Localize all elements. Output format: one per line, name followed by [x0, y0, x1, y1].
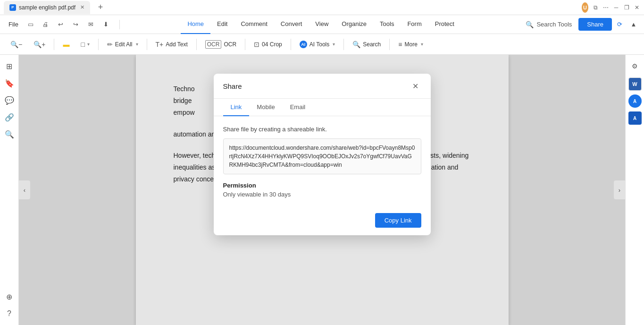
nav-home[interactable]: Home	[181, 15, 210, 34]
tab-title: sample english pdf.pdf	[19, 4, 75, 11]
highlight-button[interactable]: ▬	[58, 38, 74, 51]
download-button[interactable]: ⬇	[100, 18, 113, 31]
sidebar-pages-icon[interactable]: ⊞	[2, 59, 17, 74]
copy-link-button[interactable]: Copy Link	[375, 213, 421, 228]
window-minimize-button[interactable]: ─	[613, 4, 619, 11]
profile-avatar[interactable]: U	[582, 4, 588, 11]
title-bar: P sample english pdf.pdf ✕ + U ⧉ ⋯ ─ ❐ ✕	[0, 0, 644, 15]
main-nav: Home Edit Comment Convert View Organize …	[123, 15, 519, 34]
ai-tools-label: AI Tools	[309, 41, 329, 48]
add-text-label: Add Text	[166, 41, 187, 48]
add-text-icon: T+	[156, 41, 164, 48]
new-tab-button[interactable]: +	[94, 1, 107, 14]
content-area: Techno ate, work, edia, bridge tion h	[19, 55, 625, 325]
search-tools-label: Search Tools	[536, 21, 572, 28]
nav-comment[interactable]: Comment	[234, 15, 274, 34]
modal-body: Share file by creating a shareable link.…	[214, 116, 431, 207]
shapes-button[interactable]: □ ▾	[76, 38, 94, 51]
redo-button[interactable]: ↪	[69, 18, 83, 31]
more-button[interactable]: ≡ More	[393, 38, 428, 51]
modal-header: Share ✕	[214, 74, 431, 99]
title-bar-left: P sample english pdf.pdf ✕ +	[4, 1, 107, 14]
undo-button[interactable]: ↩	[54, 18, 67, 31]
right-sidebar-word-ai-icon[interactable]: A	[628, 111, 642, 125]
toolbar-separator-7	[343, 39, 344, 50]
file-menu[interactable]: File	[4, 19, 23, 30]
more-label: More	[404, 41, 417, 48]
zoom-out-button[interactable]: 🔍−	[6, 38, 27, 51]
print-button[interactable]: 🖨	[39, 18, 52, 31]
email-button[interactable]: ✉	[84, 18, 98, 31]
active-tab[interactable]: P sample english pdf.pdf ✕	[4, 1, 90, 14]
sync-button[interactable]: ⟳	[613, 18, 626, 31]
highlight-icon: ▬	[63, 41, 69, 48]
menu-icon-group: ▭ 🖨 ↩ ↪ ✉ ⬇	[24, 18, 113, 31]
zoom-in-icon: 🔍+	[33, 41, 45, 48]
fit-page-button[interactable]: ▭	[24, 18, 37, 31]
permission-label: Permission	[223, 182, 421, 189]
search-tools-button[interactable]: 🔍 Search Tools	[520, 19, 577, 30]
right-sidebar-word-icon[interactable]: W	[628, 77, 642, 91]
crop-button[interactable]: ⊡ 04 Crop	[249, 38, 287, 51]
edit-all-button[interactable]: ✏ Edit All	[102, 38, 143, 51]
edit-all-label: Edit All	[115, 41, 133, 48]
menu-separator-1	[119, 20, 120, 29]
left-sidebar: ⊞ 🔖 💬 🔗 🔍 ⊕ ?	[0, 55, 19, 325]
nav-convert[interactable]: Convert	[274, 15, 309, 34]
modal-close-button[interactable]: ✕	[410, 80, 421, 92]
tab-link[interactable]: Link	[223, 99, 250, 116]
collapse-button[interactable]: ▲	[627, 18, 640, 31]
toolbar-separator-8	[389, 39, 390, 50]
share-description: Share file by creating a shareable link.	[223, 126, 421, 133]
modal-overlay: Share ✕ Link Mobile Email Share file by …	[19, 55, 625, 325]
search-button[interactable]: 🔍 Search	[348, 38, 385, 51]
sidebar-search-icon[interactable]: 🔍	[2, 127, 17, 142]
more-icon: ≡	[398, 41, 402, 48]
right-sidebar-filter-icon[interactable]: ⚙	[627, 59, 643, 74]
zoom-out-icon: 🔍−	[10, 41, 22, 48]
share-modal: Share ✕ Link Mobile Email Share file by …	[214, 74, 431, 235]
sidebar-help-icon[interactable]: ?	[2, 306, 17, 321]
nav-edit[interactable]: Edit	[210, 15, 234, 34]
window-more-button[interactable]: ⋯	[602, 4, 609, 11]
window-restore-button[interactable]: ❐	[623, 4, 630, 11]
sidebar-comments-icon[interactable]: 💬	[2, 93, 17, 108]
share-button[interactable]: Share	[578, 18, 612, 31]
nav-tools[interactable]: Tools	[373, 15, 401, 34]
ai-tools-button[interactable]: AI AI Tools	[295, 38, 340, 51]
toolbar-separator-1	[54, 39, 54, 50]
toolbar: 🔍− 🔍+ ▬ □ ▾ ✏ Edit All T+ Add Text OCR O…	[0, 34, 644, 55]
toolbar-separator-3	[147, 39, 147, 50]
sidebar-bookmarks-icon[interactable]: 🔖	[2, 76, 17, 91]
zoom-in-button[interactable]: 🔍+	[29, 38, 50, 51]
nav-protect[interactable]: Protect	[428, 15, 461, 34]
modal-title: Share	[223, 82, 242, 90]
nav-form[interactable]: Form	[401, 15, 428, 34]
permission-value: Only viewable in 30 days	[223, 191, 421, 198]
toolbar-separator-2	[98, 39, 99, 50]
tab-app-icon: P	[9, 4, 16, 11]
window-close-button[interactable]: ✕	[634, 4, 640, 11]
ocr-button[interactable]: OCR OCR	[201, 38, 241, 51]
ocr-label: OCR	[224, 41, 236, 48]
nav-view[interactable]: View	[309, 15, 335, 34]
share-url-box[interactable]: https://documentcloud.wondershare.com/sh…	[223, 138, 421, 174]
sidebar-links-icon[interactable]: 🔗	[2, 110, 17, 125]
main-layout: ⊞ 🔖 💬 🔗 🔍 ⊕ ? Techno ate, work, ed	[0, 55, 644, 325]
modal-footer: Copy Link	[214, 207, 431, 235]
edit-icon: ✏	[107, 41, 113, 48]
search-icon: 🔍	[352, 41, 360, 48]
tab-email[interactable]: Email	[283, 99, 313, 116]
toolbar-separator-6	[291, 39, 291, 50]
right-sidebar: ⚙ W A A	[625, 55, 644, 325]
sidebar-layers-icon[interactable]: ⊕	[2, 289, 17, 304]
ocr-icon: OCR	[205, 40, 222, 49]
tab-close-button[interactable]: ✕	[80, 4, 84, 10]
toolbar-separator-5	[245, 39, 245, 50]
window-pip-button[interactable]: ⧉	[592, 4, 599, 11]
right-sidebar-ai-icon[interactable]: A	[628, 94, 642, 108]
crop-label: 04 Crop	[262, 41, 282, 48]
add-text-button[interactable]: T+ Add Text	[151, 38, 192, 51]
tab-mobile[interactable]: Mobile	[249, 99, 282, 116]
nav-organize[interactable]: Organize	[335, 15, 373, 34]
